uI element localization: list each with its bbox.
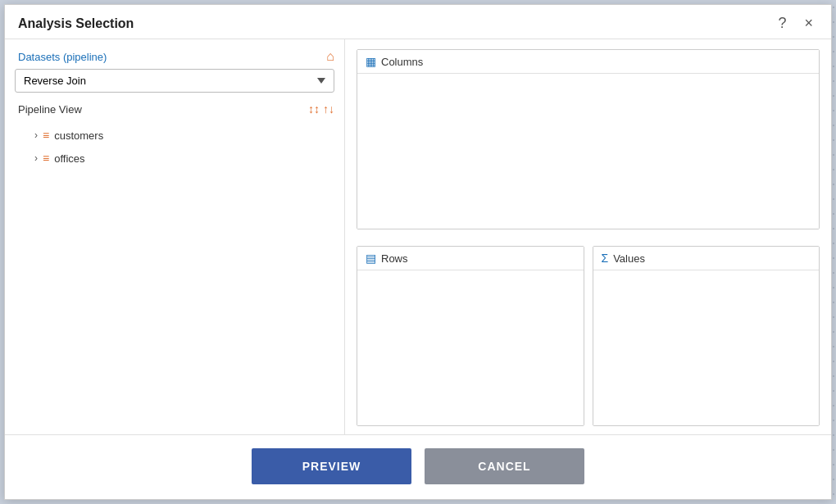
columns-label: Columns (381, 56, 423, 68)
tree-item-offices[interactable]: › ≡ offices (5, 147, 344, 170)
sort-icons: ↕↕ ↑↓ (308, 102, 334, 116)
values-panel-header: Σ Values (593, 247, 820, 270)
columns-panel-content (357, 74, 819, 229)
left-panel: Datasets (pipeline) ⌂ Reverse Join Pipel… (5, 39, 345, 434)
dialog-header: Analysis Selection ? × (5, 5, 831, 39)
tree-item-customers[interactable]: › ≡ customers (5, 124, 344, 147)
right-bottom: ▤ Rows Σ Values (357, 246, 820, 426)
values-label: Values (613, 252, 645, 265)
values-icon: Σ (602, 252, 609, 265)
values-panel-content (593, 270, 820, 425)
rows-panel-content (357, 270, 584, 425)
right-panel: ▦ Columns ▤ Rows Σ (345, 39, 831, 434)
tree-list: › ≡ customers › ≡ offices (5, 120, 344, 434)
sort-icon-1[interactable]: ↕↕ (308, 102, 320, 116)
columns-icon: ▦ (366, 55, 376, 68)
table-icon-offices: ≡ (43, 152, 49, 165)
sort-icon-2[interactable]: ↑↓ (323, 102, 334, 116)
columns-panel-header: ▦ Columns (357, 50, 819, 74)
columns-panel: ▦ Columns (357, 49, 820, 229)
dialog-body: Datasets (pipeline) ⌂ Reverse Join Pipel… (5, 39, 831, 434)
values-panel: Σ Values (593, 246, 820, 426)
home-icon[interactable]: ⌂ (326, 49, 334, 64)
dataset-dropdown[interactable]: Reverse Join (15, 69, 334, 93)
dialog-title: Analysis Selection (18, 16, 134, 31)
dropdown-row: Reverse Join (15, 69, 334, 93)
header-icons: ? × (773, 13, 818, 34)
chevron-icon-customers[interactable]: › (34, 129, 38, 141)
analysis-selection-dialog: Analysis Selection ? × Datasets (pipelin… (4, 4, 832, 500)
table-icon-customers: ≡ (43, 129, 49, 142)
pipeline-label-row: Pipeline View ↕↕ ↑↓ (5, 99, 344, 120)
pipeline-label: Pipeline View (18, 103, 82, 116)
preview-button[interactable]: PREVIEW (252, 448, 411, 484)
help-button[interactable]: ? (773, 13, 791, 34)
dialog-footer: PREVIEW CANCEL (5, 434, 831, 499)
datasets-label: Datasets (pipeline) (18, 51, 107, 63)
tree-item-label-customers: customers (54, 129, 103, 142)
cancel-button[interactable]: CANCEL (425, 448, 584, 484)
datasets-label-row: Datasets (pipeline) ⌂ (5, 49, 344, 69)
tree-item-label-offices: offices (54, 152, 84, 165)
rows-label: Rows (381, 252, 408, 265)
chevron-icon-offices[interactable]: › (34, 152, 38, 164)
close-button[interactable]: × (799, 13, 818, 34)
rows-icon: ▤ (366, 252, 376, 265)
rows-panel: ▤ Rows (357, 246, 584, 426)
rows-panel-header: ▤ Rows (357, 247, 584, 270)
